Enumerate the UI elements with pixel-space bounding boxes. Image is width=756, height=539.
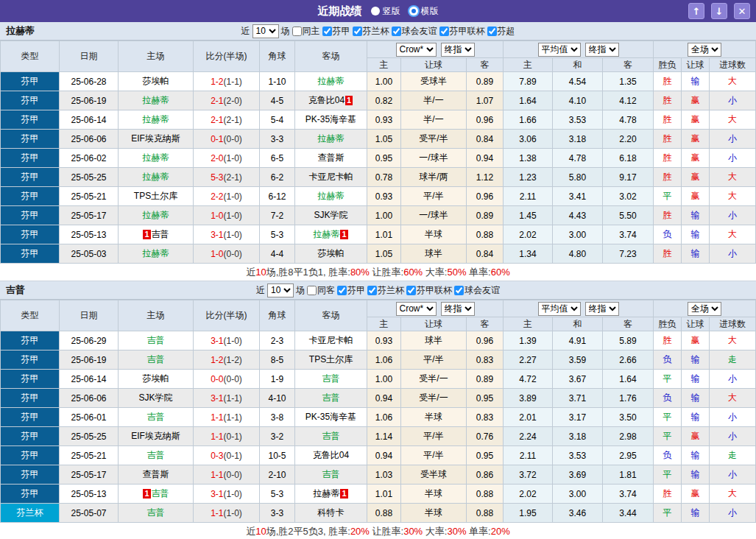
handicap-odds-cell: 0.94 xyxy=(367,389,401,408)
column-subheader: 主 xyxy=(367,58,401,72)
handicap-odds-cell: 1.00 xyxy=(367,72,401,91)
radio-horizontal-layout[interactable]: 横版 xyxy=(409,5,439,18)
same-venue-filter-checkbox[interactable] xyxy=(307,286,317,295)
match-count-select[interactable]: 10 xyxy=(252,24,279,38)
same-venue-filter[interactable]: 同主 xyxy=(292,25,320,38)
near-label: 近 xyxy=(241,25,250,38)
average-odds-cell: 3.67 xyxy=(553,370,603,389)
odds-source-select[interactable]: Crow* xyxy=(396,43,437,57)
odds-time-select[interactable]: 终指 xyxy=(441,302,475,316)
league-filter[interactable]: 芬兰杯 xyxy=(367,284,404,297)
euro-time-select[interactable]: 终指 xyxy=(585,43,619,57)
average-odds-cell: 4.80 xyxy=(553,244,603,264)
league-filter-checkbox[interactable] xyxy=(439,27,449,36)
average-odds-cell: 3.74 xyxy=(603,225,654,244)
away-team-cell: 科特卡 xyxy=(295,504,367,523)
average-odds-cell: 3.71 xyxy=(553,389,603,408)
column-subheader: 客 xyxy=(603,317,654,331)
team-text: 卡亚尼卡帕 xyxy=(309,335,353,345)
result-cell: 输 xyxy=(682,465,710,485)
league-filter[interactable]: 芬甲联杯 xyxy=(439,25,485,38)
average-odds-cell: 5.89 xyxy=(603,331,654,350)
move-down-button[interactable]: ↓ xyxy=(711,3,727,19)
move-up-button[interactable]: ↑ xyxy=(688,3,704,19)
column-header: 角球 xyxy=(260,300,295,331)
average-odds-select[interactable]: 平均值 xyxy=(538,302,581,316)
result-cell: 赢 xyxy=(682,331,710,350)
league-filter-checkbox[interactable] xyxy=(367,286,377,295)
summary-row: 近10场,胜8平1负1, 胜率:80% 让胜率:60% 大率:50% 单率:60… xyxy=(0,264,756,281)
league-type-cell: 芬甲 xyxy=(1,465,60,485)
euro-time-select[interactable]: 终指 xyxy=(585,302,619,316)
league-filter[interactable]: 芬甲 xyxy=(322,25,350,38)
column-subheader: 和 xyxy=(553,58,603,72)
average-odds-cell: 1.45 xyxy=(504,206,553,225)
matches-label: 场 xyxy=(296,284,305,297)
column-header: 主场 xyxy=(119,41,194,72)
team-text: 拉赫蒂 xyxy=(318,191,345,201)
team-sections: 拉赫蒂近10场同主芬甲芬兰杯球会友谊芬甲联杯芬超类型日期主场比分(半场)角球客场… xyxy=(0,22,756,539)
close-button[interactable]: ✕ xyxy=(734,3,750,19)
average-odds-select[interactable]: 平均值 xyxy=(538,43,581,57)
handicap-odds-cell: 0.84 xyxy=(467,130,504,149)
rank-badge: 1 xyxy=(143,489,150,499)
result-cell: 赢 xyxy=(682,485,710,504)
match-count-select[interactable]: 10 xyxy=(267,283,294,297)
result-cell: 赢 xyxy=(682,91,710,110)
handicap-odds-cell: 0.76 xyxy=(467,427,504,446)
away-team-cell: 拉赫蒂1 xyxy=(295,485,367,504)
away-team-cell: 卡亚尼卡帕 xyxy=(295,331,367,350)
result-cell: 胜 xyxy=(654,331,682,350)
league-filter[interactable]: 芬甲 xyxy=(337,284,365,297)
score-cell: 3-1(1-0) xyxy=(194,225,260,244)
league-filter-checkbox[interactable] xyxy=(353,27,362,36)
handicap-odds-cell: 1.03 xyxy=(367,465,401,485)
average-odds-cell: 1.76 xyxy=(603,389,654,408)
result-cell: 大 xyxy=(710,485,756,504)
result-cell: 输 xyxy=(682,504,710,523)
league-filter[interactable]: 芬甲联杯 xyxy=(406,284,452,297)
league-filter-checkbox[interactable] xyxy=(322,27,332,36)
league-filter[interactable]: 球会友谊 xyxy=(392,25,437,38)
league-type-cell: 芬甲 xyxy=(1,244,60,264)
league-filter[interactable]: 芬兰杯 xyxy=(353,25,389,38)
match-scope-select[interactable]: 全场 xyxy=(688,302,721,316)
average-odds-cell: 4.12 xyxy=(603,91,654,110)
home-team-cell: EIF埃克纳斯 xyxy=(119,427,194,446)
average-odds-cell: 3.89 xyxy=(504,389,553,408)
handicap-odds-cell: 1.00 xyxy=(367,206,401,225)
league-filter-checkbox[interactable] xyxy=(487,27,497,36)
score-cell: 1-1(1-1) xyxy=(194,408,260,427)
average-odds-cell: 3.17 xyxy=(553,408,603,427)
team-text: 查普斯 xyxy=(318,152,345,163)
corner-cell: 7-2 xyxy=(260,206,295,225)
same-venue-filter[interactable]: 同客 xyxy=(307,284,335,297)
handicap-odds-cell: 0.93 xyxy=(367,110,401,130)
rank-badge: 1 xyxy=(340,230,347,239)
team-text: 吉普 xyxy=(147,450,165,460)
column-subheader: 胜负 xyxy=(654,58,682,72)
handicap-odds-cell: 0.95 xyxy=(467,389,504,408)
match-scope-select[interactable]: 全场 xyxy=(688,43,721,57)
league-filter-checkbox[interactable] xyxy=(337,286,347,295)
column-header: 类型 xyxy=(1,41,60,72)
average-odds-cell: 4.43 xyxy=(553,206,603,225)
league-filter-checkbox[interactable] xyxy=(406,286,416,295)
handicap-odds-cell: 0.88 xyxy=(367,504,401,523)
league-filter[interactable]: 球会友谊 xyxy=(454,284,500,297)
match-row: 芬甲25-06-19拉赫蒂2-1(2-0)4-5克鲁比0410.82半/一1.0… xyxy=(1,91,756,110)
odds-time-select[interactable]: 终指 xyxy=(441,43,475,57)
column-subheader: 客 xyxy=(467,317,504,331)
handicap-odds-cell: 球半 xyxy=(401,244,467,264)
league-filter-checkbox[interactable] xyxy=(392,27,401,36)
result-cell: 平 xyxy=(654,504,682,523)
league-type-cell: 芬甲 xyxy=(1,485,60,504)
league-filter[interactable]: 芬超 xyxy=(487,25,515,38)
result-cell: 大 xyxy=(710,225,756,244)
same-venue-filter-checkbox[interactable] xyxy=(292,27,302,36)
home-team-cell: 吉普 xyxy=(119,504,194,523)
radio-vertical-layout[interactable]: 竖版 xyxy=(371,5,400,18)
odds-source-select[interactable]: Crow* xyxy=(396,302,437,316)
league-filter-checkbox[interactable] xyxy=(454,286,464,295)
average-odds-cell: 2.98 xyxy=(603,427,654,446)
